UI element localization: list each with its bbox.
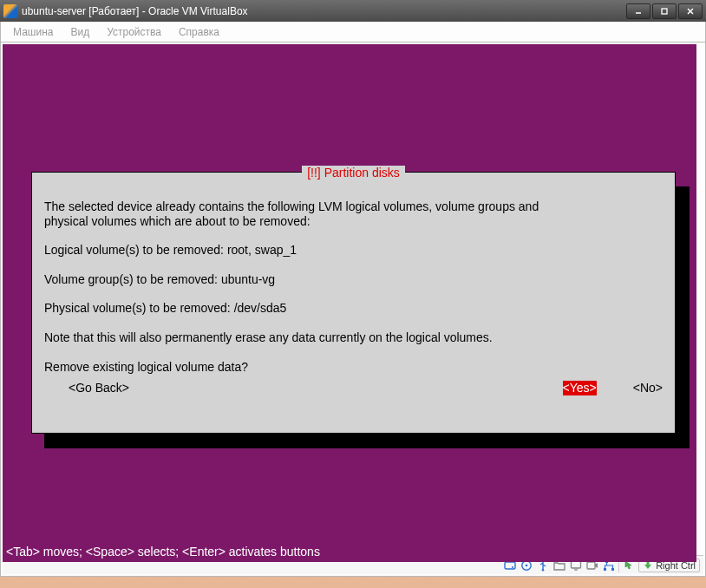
- dialog-note: Note that this will also permanently era…: [44, 330, 493, 344]
- menu-view[interactable]: Вид: [62, 23, 98, 41]
- window-title: ubuntu-server [Работает] - Oracle VM Vir…: [22, 5, 626, 17]
- titlebar: ubuntu-server [Работает] - Oracle VM Vir…: [0, 0, 706, 22]
- menu-machine[interactable]: Машина: [4, 23, 62, 41]
- svg-point-5: [512, 566, 513, 568]
- footer-hint: <Tab> moves; <Space> selects; <Enter> ac…: [6, 545, 320, 559]
- spacer: [129, 381, 563, 395]
- dialog-pv-line: Physical volume(s) to be removed: /dev/s…: [44, 301, 286, 315]
- close-button[interactable]: [678, 3, 703, 19]
- dialog-button-row: <Go Back> <Yes> <No>: [32, 374, 675, 399]
- svg-rect-14: [611, 568, 614, 571]
- content-area: [!!] Partition disks The selected device…: [0, 42, 706, 577]
- dialog-vg-line: Volume group(s) to be removed: ubuntu-vg: [44, 272, 275, 286]
- svg-point-8: [542, 569, 545, 572]
- dialog-text-line2: physical volumes which are about to be r…: [44, 214, 311, 228]
- window-controls: [626, 3, 703, 19]
- vm-screen[interactable]: [!!] Partition disks The selected device…: [3, 44, 696, 562]
- go-back-button[interactable]: <Go Back>: [69, 381, 129, 395]
- dialog-title: [!!] Partition disks: [302, 166, 405, 180]
- svg-rect-11: [587, 562, 595, 569]
- dialog-header: [!!] Partition disks: [32, 166, 675, 176]
- dialog-lv-line: Logical volume(s) to be removed: root, s…: [44, 243, 297, 257]
- maximize-button[interactable]: [652, 3, 677, 19]
- yes-button[interactable]: <Yes>: [563, 381, 597, 395]
- dialog-prompt: Remove existing logical volume data?: [44, 360, 248, 374]
- svg-point-7: [526, 564, 528, 566]
- svg-rect-13: [604, 568, 606, 571]
- minimize-button[interactable]: [626, 3, 650, 19]
- svg-rect-4: [505, 562, 515, 569]
- menu-help[interactable]: Справка: [170, 23, 228, 41]
- partition-dialog: [!!] Partition disks The selected device…: [31, 172, 676, 434]
- svg-rect-1: [662, 9, 667, 14]
- virtualbox-icon: [3, 4, 17, 18]
- dialog-text-line1: The selected device already contains the…: [44, 199, 539, 213]
- menubar: Машина Вид Устройства Справка: [0, 22, 706, 42]
- dialog-body: The selected device already contains the…: [32, 176, 675, 374]
- no-button[interactable]: <No>: [633, 381, 663, 395]
- menu-devices[interactable]: Устройства: [98, 23, 170, 41]
